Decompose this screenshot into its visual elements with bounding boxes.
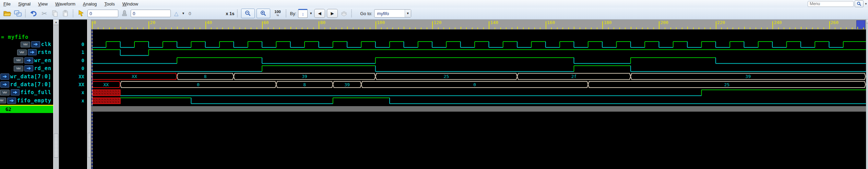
ver-source-badge[interactable]: Ver xyxy=(0,98,6,103)
signal-value-wr_data-7-0-[interactable]: XX xyxy=(59,73,87,80)
menu-item-tools[interactable]: Tools xyxy=(104,1,115,7)
trace-arrow-icon[interactable] xyxy=(24,57,33,64)
scroll-up-button[interactable]: ▲ xyxy=(53,20,59,25)
copy-button[interactable] xyxy=(50,9,59,18)
menu-search-input[interactable] xyxy=(808,1,854,7)
delta-dropdown-caret-icon[interactable]: ▼ xyxy=(182,12,185,15)
ruler-minor-tick xyxy=(597,27,597,29)
trace-arrow-icon[interactable] xyxy=(31,41,40,47)
ruler-major-tick xyxy=(262,21,263,29)
cut-button[interactable]: ✂ xyxy=(40,9,49,18)
signal-name: rstn xyxy=(38,49,51,55)
search-backward-button[interactable]: ◀ xyxy=(314,9,325,18)
value-panel-scrollbar[interactable] xyxy=(87,20,91,169)
menu-search-button[interactable] xyxy=(855,0,864,7)
menu-item-window[interactable]: Window xyxy=(122,1,138,7)
menu-item-signal[interactable]: Signal xyxy=(18,1,31,7)
time-ruler[interactable]: 020406080100120140160180200220240260 xyxy=(91,20,866,30)
waveform-panel[interactable]: XX839252f39XX0839025 0204060801001201401… xyxy=(91,20,866,169)
search-forward-button[interactable]: ▶ xyxy=(327,9,338,18)
ruler-minor-tick xyxy=(483,27,484,29)
trace-arrow-icon[interactable] xyxy=(7,98,16,104)
scrollbar-thumb[interactable] xyxy=(88,133,91,158)
group-header-myfifo[interactable]: = myfifo xyxy=(1,34,28,40)
zoom-in-button[interactable] xyxy=(257,9,270,18)
select-mode-button[interactable] xyxy=(77,9,86,18)
ruler-minor-tick xyxy=(409,27,410,29)
signal-row-fifo_full[interactable]: Verfifo_full xyxy=(0,89,53,96)
signal-value-rstn[interactable]: 1 xyxy=(59,49,87,56)
trace-arrow-icon[interactable] xyxy=(28,49,37,55)
signal-name-panel[interactable]: = myfifo VerclkVerrstnVerwr_enVerrd_enVe… xyxy=(0,20,53,169)
trace-arrow-icon[interactable] xyxy=(0,81,9,88)
signal-value-rd_data-7-0-[interactable]: XX xyxy=(59,81,87,88)
layers-button-disabled[interactable] xyxy=(340,9,348,18)
ruler-major-tick xyxy=(829,21,830,29)
ruler-minor-tick xyxy=(183,27,183,29)
signal-row-clk[interactable]: Verclk xyxy=(0,41,53,48)
group-header-g2[interactable]: G2 xyxy=(0,106,53,113)
delta-marker-button[interactable]: △ xyxy=(173,9,180,18)
ruler-minor-tick xyxy=(841,27,841,29)
signal-row-rd_data-7-0-[interactable]: Verrd_data[7:0] xyxy=(0,81,53,88)
undo-button[interactable] xyxy=(29,9,38,18)
ruler-minor-tick xyxy=(296,27,297,29)
menu-item-view[interactable]: View xyxy=(38,1,48,7)
ruler-minor-tick xyxy=(109,27,110,29)
signal-row-fifo_empty[interactable]: Verfifo_empty xyxy=(0,97,53,104)
signal-value-rd_en[interactable]: 0 xyxy=(59,65,87,72)
ruler-minor-tick xyxy=(211,27,212,29)
name-panel-scrollbar[interactable]: ▲ xyxy=(53,20,59,169)
trace-arrow-icon[interactable] xyxy=(0,74,9,80)
signal-value-wr_en[interactable]: 0 xyxy=(59,57,87,64)
ruler-minor-tick xyxy=(857,27,858,29)
paste-button[interactable] xyxy=(61,9,70,18)
signal-value-clk[interactable]: 0 xyxy=(59,41,87,48)
layers-icon xyxy=(340,10,348,16)
signal-row-rd_en[interactable]: Verrd_en xyxy=(0,65,53,72)
ruler-minor-tick xyxy=(137,27,138,29)
ruler-minor-tick xyxy=(608,27,609,29)
signal-row-wr_en[interactable]: Verwr_en xyxy=(0,57,53,64)
scrollbar-thumb[interactable] xyxy=(54,134,58,158)
ruler-minor-tick xyxy=(778,27,779,29)
ver-source-badge[interactable]: Ver xyxy=(0,90,10,95)
signal-value-fifo_full[interactable]: x xyxy=(59,89,87,96)
menu-item-analog[interactable]: Analog xyxy=(83,1,97,7)
by-dropdown-caret-icon[interactable]: ▼ xyxy=(309,12,312,15)
menu-item-file[interactable]: File xyxy=(3,1,11,7)
signal-value-fifo_empty[interactable]: x xyxy=(59,97,87,104)
ruler-minor-tick xyxy=(381,27,382,29)
ruler-minor-tick xyxy=(313,27,314,29)
ruler-minor-tick xyxy=(562,27,563,29)
menu-item-waveform[interactable]: Waveform xyxy=(55,1,75,7)
time-field-2[interactable] xyxy=(131,10,171,17)
waveform-canvas[interactable]: XX839252f39XX0839025 xyxy=(91,20,866,169)
ver-source-badge[interactable]: Ver xyxy=(17,49,27,55)
scissors-icon: ✂ xyxy=(41,10,47,18)
ver-source-badge[interactable]: Ver xyxy=(14,66,23,71)
trace-arrow-icon[interactable] xyxy=(11,89,20,95)
zoom-out-button[interactable] xyxy=(241,9,255,18)
marker-tool-button[interactable] xyxy=(120,9,129,18)
ruler-minor-tick xyxy=(427,27,427,29)
goto-scope-combobox[interactable]: myfifo ▼ xyxy=(374,9,411,18)
time-field-1[interactable] xyxy=(87,10,118,17)
goto-dropdown-button[interactable]: ▼ xyxy=(405,10,411,17)
ver-source-badge[interactable]: Ver xyxy=(14,57,23,63)
new-window-button[interactable] xyxy=(13,9,22,18)
ruler-minor-tick xyxy=(727,27,728,29)
zoom-100-button[interactable]: 100 % xyxy=(272,9,283,18)
signal-value-panel[interactable]: 0100XXXXxx xyxy=(59,20,87,169)
signal-row-wr_data-7-0-[interactable]: Verwr_data[7:0] xyxy=(0,73,53,80)
trace-arrow-icon[interactable] xyxy=(24,65,33,71)
window-right-scrollbar[interactable] xyxy=(866,20,868,169)
scroll-up-button[interactable] xyxy=(866,20,868,23)
ruler-minor-tick xyxy=(846,27,847,29)
ver-source-badge[interactable]: Ver xyxy=(21,42,30,47)
open-file-button[interactable] xyxy=(3,9,12,18)
menu-overflow-caret-icon[interactable]: ▼ xyxy=(865,2,867,5)
ruler-minor-tick xyxy=(625,27,626,29)
search-by-value-button[interactable]: ↕ xyxy=(298,9,308,18)
signal-row-rstn[interactable]: Verrstn xyxy=(0,49,53,56)
